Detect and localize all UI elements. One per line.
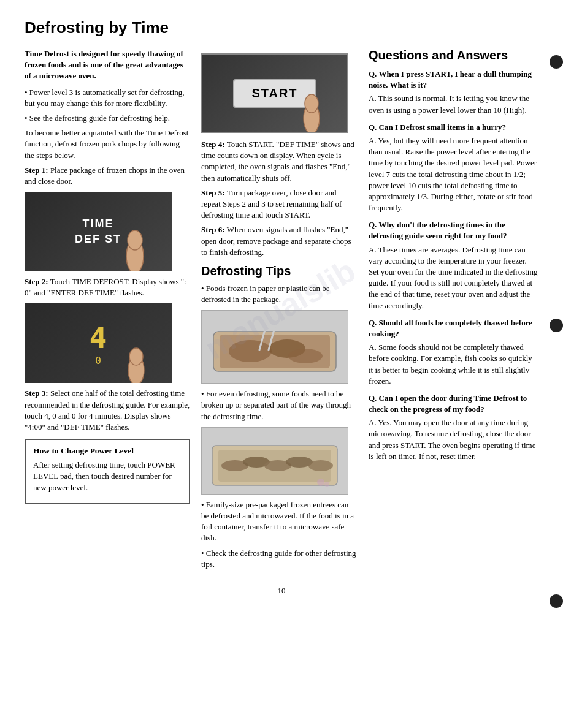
bullet-t4: • bbox=[201, 548, 206, 558]
step3-image: 4 0 bbox=[25, 303, 172, 383]
qa-q-1: Q. When I press START, I hear a dull thu… bbox=[369, 69, 538, 91]
page: manualslib Defrosting by Time Time Defro… bbox=[0, 0, 563, 728]
qa-q-5: Q. Can I open the door during Time Defro… bbox=[369, 393, 538, 415]
svg-point-22 bbox=[324, 482, 329, 487]
step6-label: Step 6: bbox=[201, 225, 225, 234]
middle-column: START Step 4: Touch START. "DEF TIME" sh… bbox=[201, 48, 358, 574]
acquainted-text: To become better acquainted with the Tim… bbox=[25, 127, 190, 161]
step2-image: TIME DEF ST bbox=[25, 192, 172, 271]
power-box-title: How to Change Power Level bbox=[33, 446, 182, 456]
defrost-image-2 bbox=[201, 427, 348, 495]
side-dot-1 bbox=[550, 55, 563, 69]
side-dot-2 bbox=[550, 319, 563, 332]
bullet-1: • Power level 3 is automatically set for… bbox=[25, 87, 190, 109]
tip-3: • Family-size pre-packaged frozen entree… bbox=[201, 499, 358, 544]
step5-text: Step 5: Turn package over, close door an… bbox=[201, 188, 358, 221]
svg-point-20 bbox=[308, 460, 333, 471]
left-column: Time Defrost is designed for speedy thaw… bbox=[25, 48, 190, 509]
page-number: 10 bbox=[25, 586, 538, 596]
step2-label: Step 2: bbox=[25, 277, 48, 286]
step4-text: Step 4: Touch START. "DEF TIME" shows an… bbox=[201, 139, 358, 184]
qa-a-1: A. This sound is normal. It is letting y… bbox=[369, 93, 538, 115]
power-box: How to Change Power Level After setting … bbox=[25, 439, 190, 504]
finger-icon-4 bbox=[295, 89, 329, 133]
tip-4: • Check the defrosting guide for other d… bbox=[201, 548, 358, 570]
qa-q-4: Q. Should all foods be completely thawed… bbox=[369, 317, 538, 339]
step2-display-line2: DEF ST bbox=[75, 233, 121, 246]
defrosting-tips-header: Defrosting Tips bbox=[201, 264, 358, 278]
step6-text: Step 6: When oven signals and flashes "E… bbox=[201, 224, 358, 258]
step3-display-small: 0 bbox=[95, 355, 101, 366]
page-rule bbox=[25, 607, 538, 607]
svg-point-3 bbox=[129, 348, 143, 365]
defrost-image-1 bbox=[201, 310, 348, 384]
finger-icon-3 bbox=[120, 343, 153, 383]
tip-1: • Foods frozen in paper or plastic can b… bbox=[201, 283, 358, 305]
main-content: Time Defrost is designed for speedy thaw… bbox=[25, 48, 538, 574]
step3-label: Step 3: bbox=[25, 389, 48, 398]
finger-icon-2 bbox=[117, 226, 153, 271]
bullet-symbol: • bbox=[25, 88, 28, 97]
intro-text: Time Defrost is designed for speedy thaw… bbox=[25, 48, 190, 82]
qa-q-3: Q. Why don't the defrosting times in the… bbox=[369, 219, 538, 241]
bullet-t3: • bbox=[201, 500, 206, 509]
tray-svg bbox=[207, 430, 342, 491]
right-column: Questions and Answers Q. When I press ST… bbox=[369, 48, 538, 468]
step1-text: Step 1: Place package of frozen chops in… bbox=[25, 165, 190, 187]
step5-label: Step 5: bbox=[201, 188, 225, 197]
svg-point-5 bbox=[305, 94, 318, 113]
step4-image: START bbox=[201, 53, 348, 133]
bullet-2: • See the defrosting guide for defrostin… bbox=[25, 113, 190, 124]
bullet-t1: • bbox=[201, 284, 206, 293]
step2-display-line1: TIME bbox=[83, 218, 114, 230]
power-box-text: After setting defrosting time, touch POW… bbox=[33, 460, 182, 493]
svg-point-1 bbox=[128, 230, 142, 250]
svg-point-10 bbox=[288, 349, 323, 363]
svg-point-8 bbox=[229, 340, 272, 362]
qa-a-3: A. These times are averages. Defrosting … bbox=[369, 245, 538, 311]
qa-a-2: A. Yes, but they will need more frequent… bbox=[369, 135, 538, 213]
qa-title: Questions and Answers bbox=[369, 48, 538, 63]
food-tray-svg bbox=[207, 313, 342, 381]
tip-2: • For even defrosting, some foods need t… bbox=[201, 389, 358, 422]
side-dot-3 bbox=[550, 594, 563, 608]
bullet-symbol-2: • bbox=[25, 113, 28, 123]
qa-q-2: Q. Can I Defrost small items in a hurry? bbox=[369, 122, 538, 133]
svg-point-21 bbox=[317, 479, 324, 486]
step1-label: Step 1: bbox=[25, 165, 48, 175]
step3-text: Step 3: Select one half of the total def… bbox=[25, 388, 190, 433]
qa-a-4: A. Some foods should not be completely t… bbox=[369, 342, 538, 387]
step3-display-num: 4 bbox=[90, 320, 107, 355]
step2-text: Step 2: Touch TIME DEFROST. Display show… bbox=[25, 276, 190, 298]
qa-a-5: A. Yes. You may open the door at any tim… bbox=[369, 417, 538, 462]
page-title: Defrosting by Time bbox=[25, 18, 538, 37]
bullet-t2: • bbox=[201, 389, 206, 398]
step4-label: Step 4: bbox=[201, 140, 225, 149]
